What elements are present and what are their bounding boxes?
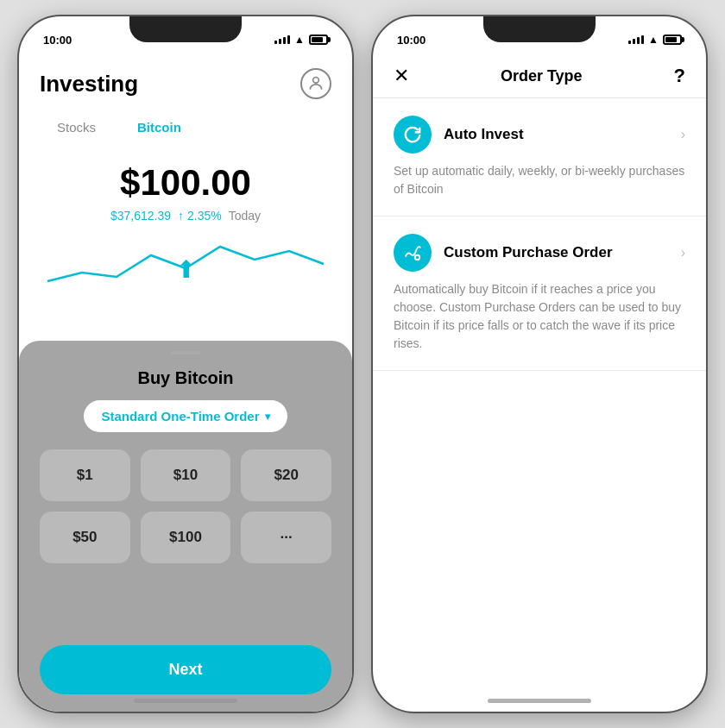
auto-invest-desc: Set up automatic daily, weekly, or bi-we… — [394, 162, 685, 198]
custom-order-row: Custom Purchase Order › — [394, 234, 685, 272]
left-phone: 10:00 ▲ Investing — [17, 15, 354, 713]
order-type-label: Standard One-Time Order — [101, 409, 259, 424]
tab-bitcoin[interactable]: Bitcoin — [120, 113, 199, 141]
btc-price: $37,612.39 — [110, 209, 171, 223]
price-section: $100.00 $37,612.39 ↑ 2.35% Today — [19, 148, 352, 229]
custom-order-left: Custom Purchase Order — [394, 234, 613, 272]
custom-order-desc: Automatically buy Bitcoin if it reaches … — [394, 280, 685, 353]
auto-invest-row: Auto Invest › — [394, 116, 685, 154]
buy-modal: Buy Bitcoin Standard One-Time Order ▾ $1… — [19, 341, 352, 712]
auto-invest-left: Auto Invest — [394, 116, 524, 154]
auto-invest-option[interactable]: Auto Invest › Set up automatic daily, we… — [373, 98, 706, 217]
auto-invest-icon — [394, 116, 432, 154]
right-home-indicator — [488, 699, 591, 703]
left-phone-content: Investing Stocks Bitcoin $100.00 $37,612… — [19, 54, 352, 298]
right-status-bar: 10:00 ▲ — [373, 16, 706, 54]
right-wifi-icon: ▲ — [648, 34, 659, 46]
amount-100[interactable]: $100 — [141, 511, 231, 563]
auto-invest-chevron: › — [681, 127, 685, 142]
amount-more[interactable]: ··· — [241, 511, 331, 563]
signal-icon — [274, 35, 290, 44]
custom-order-name: Custom Purchase Order — [444, 244, 613, 261]
right-status-icons: ▲ — [628, 34, 682, 46]
next-button[interactable]: Next — [40, 645, 331, 694]
amount-20[interactable]: $20 — [241, 449, 331, 501]
avatar-icon[interactable] — [300, 68, 331, 99]
main-price: $100.00 — [40, 162, 331, 204]
svg-point-0 — [313, 78, 319, 84]
order-type-title: Order Type — [501, 67, 583, 85]
price-today: Today — [229, 209, 261, 223]
custom-order-icon — [394, 234, 432, 272]
left-time: 10:00 — [43, 34, 72, 47]
help-button[interactable]: ? — [674, 65, 685, 87]
tabs-row: Stocks Bitcoin — [19, 106, 352, 148]
wifi-icon: ▲ — [294, 34, 305, 46]
custom-order-option[interactable]: Custom Purchase Order › Automatically bu… — [373, 217, 706, 371]
page-title: Investing — [40, 71, 138, 97]
order-type-selector[interactable]: Standard One-Time Order ▾ — [84, 400, 287, 432]
price-change: ↑ 2.35% — [178, 209, 222, 223]
right-phone-content: ✕ Order Type ? Auto Invest — [373, 54, 706, 371]
amount-10[interactable]: $10 — [141, 449, 231, 501]
order-type-header: ✕ Order Type ? — [373, 54, 706, 98]
svg-point-1 — [415, 255, 420, 260]
modal-handle — [170, 351, 201, 355]
amount-1[interactable]: $1 — [40, 449, 130, 501]
auto-invest-name: Auto Invest — [444, 126, 524, 143]
chart: ⬆ — [40, 229, 331, 298]
close-button[interactable]: ✕ — [394, 66, 409, 85]
right-phone: 10:00 ▲ ✕ Order Type ? — [371, 15, 708, 713]
amount-grid: $1 $10 $20 $50 $100 ··· — [40, 449, 331, 563]
amount-50[interactable]: $50 — [40, 511, 130, 563]
chevron-down-icon: ▾ — [265, 411, 270, 423]
price-subrow: $37,612.39 ↑ 2.35% Today — [40, 209, 331, 223]
custom-order-chevron: › — [681, 245, 685, 260]
right-signal-icon — [628, 35, 644, 44]
right-battery-icon — [663, 35, 682, 45]
left-status-bar: 10:00 ▲ — [19, 16, 352, 54]
modal-title: Buy Bitcoin — [137, 368, 233, 388]
investing-header: Investing — [19, 54, 352, 106]
battery-icon — [309, 35, 328, 45]
right-time: 10:00 — [397, 34, 426, 47]
left-status-icons: ▲ — [274, 34, 328, 46]
tab-stocks[interactable]: Stocks — [40, 113, 113, 141]
